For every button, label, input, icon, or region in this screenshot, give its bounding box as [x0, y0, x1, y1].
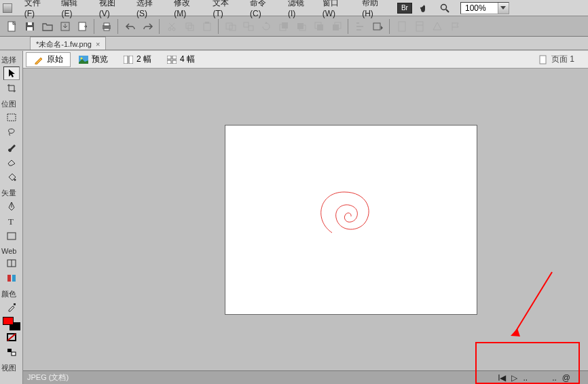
- view-original-label: 原始: [47, 54, 63, 65]
- svg-rect-33: [7, 114, 16, 121]
- shape-tool[interactable]: [3, 229, 20, 243]
- hide-slice-tool[interactable]: [3, 271, 20, 285]
- import-button[interactable]: [57, 18, 73, 35]
- print-button[interactable]: [98, 18, 115, 35]
- lasso-tool[interactable]: [3, 126, 20, 139]
- page-indicator[interactable]: 页面 1: [538, 54, 588, 65]
- menu-filter[interactable]: 滤镜(I): [282, 0, 317, 18]
- text-tool[interactable]: T: [3, 214, 20, 228]
- menu-edit[interactable]: 编辑(E): [56, 0, 93, 18]
- pencil-icon: [33, 55, 44, 64]
- menu-modify[interactable]: 修改(M): [168, 0, 207, 18]
- svg-rect-54: [172, 60, 177, 64]
- menu-view[interactable]: 视图(V): [94, 0, 131, 18]
- save-button[interactable]: [22, 18, 38, 35]
- svg-rect-15: [204, 23, 210, 31]
- redo-button[interactable]: [140, 18, 156, 35]
- two-up-icon: [123, 55, 134, 64]
- svg-rect-41: [12, 275, 16, 282]
- hand-tool-icon[interactable]: [418, 2, 433, 14]
- tool-group-web-label: Web: [0, 247, 22, 255]
- stroke-color[interactable]: [3, 330, 20, 344]
- page-icon: [538, 55, 549, 64]
- svg-rect-25: [317, 24, 323, 31]
- svg-rect-14: [188, 25, 194, 31]
- svg-rect-27: [333, 24, 339, 31]
- view-original[interactable]: 原始: [26, 52, 71, 67]
- svg-rect-13: [186, 23, 191, 28]
- export-button[interactable]: [75, 18, 91, 35]
- pen-tool[interactable]: [3, 199, 20, 213]
- svg-rect-52: [172, 56, 177, 59]
- svg-rect-19: [244, 22, 249, 27]
- zoom-input[interactable]: [461, 3, 498, 13]
- rotate-button: [258, 18, 274, 35]
- menu-text[interactable]: 文本(T): [207, 0, 244, 18]
- ungroup-button: [240, 18, 257, 35]
- send-backward-button: [329, 18, 345, 35]
- svg-rect-45: [7, 349, 12, 352]
- undo-button[interactable]: [122, 18, 139, 35]
- bucket-tool[interactable]: [3, 170, 20, 184]
- group-button: [223, 18, 239, 35]
- svg-rect-29: [373, 23, 380, 30]
- view-4up-label: 4 幅: [180, 54, 195, 65]
- app-icon: [3, 3, 12, 13]
- bring-front-button: [276, 18, 292, 35]
- view-preview-label: 预览: [92, 54, 108, 65]
- document-tab-close[interactable]: ×: [96, 40, 100, 48]
- view-4up[interactable]: 4 幅: [159, 52, 202, 67]
- zoom-dropdown-icon[interactable]: [498, 3, 509, 14]
- menu-window[interactable]: 窗口(W): [317, 0, 357, 18]
- new-file-button[interactable]: [4, 18, 20, 35]
- bridge-button[interactable]: Br: [397, 3, 412, 14]
- svg-rect-51: [167, 56, 171, 59]
- color-swatches[interactable]: [3, 317, 20, 330]
- document-tab[interactable]: *未命名-1.fw.png ×: [30, 37, 106, 50]
- zoom-combo[interactable]: [460, 2, 509, 14]
- warn-button: [429, 18, 445, 35]
- svg-rect-55: [540, 56, 546, 64]
- open-button[interactable]: [39, 18, 56, 35]
- svg-line-44: [7, 334, 16, 341]
- menu-select[interactable]: 选择(S): [131, 0, 168, 18]
- tool-group-vector-label: 矢量: [0, 188, 22, 198]
- svg-rect-37: [7, 233, 16, 239]
- align-button: [352, 18, 369, 35]
- svg-point-12: [172, 28, 175, 31]
- marquee-tool[interactable]: [3, 111, 20, 124]
- menu-help[interactable]: 帮助(H): [356, 0, 394, 18]
- flag-button: [447, 18, 463, 35]
- svg-text:T: T: [8, 217, 14, 225]
- document-tab-title: *未命名-1.fw.png: [36, 39, 92, 50]
- svg-rect-46: [12, 352, 16, 356]
- brush-tool[interactable]: [3, 140, 20, 154]
- menu-file[interactable]: 文件(F): [19, 0, 56, 18]
- view-2up[interactable]: 2 幅: [115, 52, 159, 67]
- align-dropdown[interactable]: [370, 18, 386, 35]
- svg-rect-20: [249, 26, 253, 31]
- svg-rect-50: [129, 56, 133, 64]
- canvas[interactable]: [225, 125, 477, 315]
- tool-group-color-label: 颜色: [0, 289, 22, 299]
- svg-rect-40: [7, 275, 11, 282]
- page-indicator-label: 页面 1: [551, 54, 574, 65]
- slice-tool[interactable]: [3, 256, 20, 270]
- eyedropper-tool[interactable]: [3, 301, 20, 314]
- eraser-tool[interactable]: [3, 155, 20, 169]
- crop-tool[interactable]: [3, 81, 20, 95]
- menu-command[interactable]: 命令(C): [244, 0, 282, 18]
- swap-colors[interactable]: [3, 345, 20, 359]
- foreground-color[interactable]: [3, 317, 14, 325]
- view-preview[interactable]: 预览: [71, 52, 115, 67]
- svg-rect-53: [167, 60, 171, 64]
- svg-rect-23: [297, 23, 304, 29]
- zoom-tool-icon[interactable]: [437, 2, 452, 14]
- svg-point-11: [168, 28, 171, 31]
- pointer-tool[interactable]: [3, 66, 20, 80]
- svg-rect-10: [104, 28, 109, 31]
- tool-group-select-label: 选择: [0, 55, 22, 65]
- svg-rect-9: [104, 23, 109, 26]
- bring-forward-button: [293, 18, 310, 35]
- svg-rect-31: [416, 22, 423, 31]
